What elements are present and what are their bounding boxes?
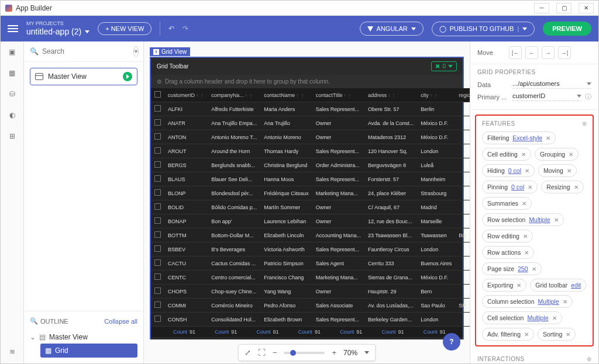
primary-key-field[interactable]: customerID [512, 92, 581, 101]
feature-chip[interactable]: Row actions✕ [482, 246, 534, 259]
feature-chip[interactable]: Row selectionMultiple✕ [482, 213, 564, 226]
remove-chip-icon[interactable]: ✕ [574, 184, 579, 190]
remove-chip-icon[interactable]: ✕ [554, 217, 559, 223]
zoom-in-button[interactable]: + [332, 348, 336, 357]
remove-chip-icon[interactable]: ✕ [566, 331, 570, 338]
feature-chip[interactable]: Grouping✕ [535, 148, 579, 161]
table-row[interactable]: BLAUSBlauer See Deli...Hanna MoosSales R… [151, 172, 470, 186]
framework-selector[interactable]: ANGULAR [360, 22, 424, 36]
undo-icon[interactable]: ↶ [168, 25, 174, 33]
fit-width-icon[interactable]: ⤢ [245, 348, 251, 357]
feature-chip[interactable]: Hiding0 col✕ [482, 164, 535, 177]
table-row[interactable]: CHOPSChop-suey Chine...Yang WangOwnerHau… [151, 285, 470, 299]
add-interaction-button[interactable]: ⊕ [587, 356, 592, 362]
group-by-bar[interactable]: ⊘ Drag a column header and drop it here … [151, 75, 463, 88]
remove-chip-icon[interactable]: ✕ [524, 249, 529, 256]
project-title[interactable]: MY PROJECTS untitled-app (2) [26, 20, 89, 37]
remove-chip-icon[interactable]: ✕ [528, 184, 532, 190]
feature-chip[interactable]: Page size250✕ [482, 262, 542, 275]
move-left-button[interactable]: ← [525, 46, 538, 59]
column-header[interactable]: contactTitle↑ ⋮ [312, 88, 364, 102]
column-header[interactable]: customerID↑ ⋮ [164, 88, 208, 102]
remove-chip-icon[interactable]: ✕ [517, 282, 521, 289]
table-row[interactable]: BERGSBerglunds snabb...Christina Berglun… [151, 158, 470, 172]
feature-chip[interactable]: Exporting✕ [482, 279, 526, 292]
table-row[interactable]: CENTCCentro comercial...Francisco ChangM… [151, 271, 470, 285]
column-header[interactable]: city↑ ⋮ [417, 88, 455, 102]
chevron-down-icon[interactable] [364, 351, 369, 354]
move-right-button[interactable]: → [542, 46, 555, 59]
view-item-master[interactable]: Master View [30, 68, 137, 85]
table-row[interactable]: BOTTMBottom-Dollar M...Elizabeth Lincoln… [151, 228, 470, 242]
column-header[interactable]: address↑ ⋮ [364, 88, 417, 102]
feature-chip[interactable]: Cell editing✕ [482, 148, 531, 161]
table-row[interactable]: BOLIDBólido Comidas p...Martín SommerOwn… [151, 200, 470, 214]
menu-icon[interactable] [8, 25, 18, 32]
window-maximize-button[interactable]: ▢ [556, 3, 572, 13]
feature-chip[interactable]: Cell selectionMultiple✕ [482, 311, 562, 324]
grid-toolbar-action[interactable]: ✖0 [431, 61, 457, 71]
feature-chip[interactable]: FilteringExcel-style✕ [482, 131, 556, 144]
assets-icon[interactable]: ⊞ [6, 130, 18, 142]
table-row[interactable]: CACTUCactus Comidas ...Patricio SimpsonS… [151, 256, 470, 271]
remove-chip-icon[interactable]: ✕ [569, 151, 573, 158]
feature-chip[interactable]: Summaries✕ [482, 197, 532, 210]
table-row[interactable]: ANTONAntonio Moreno T...Antonio MorenoOw… [151, 130, 470, 144]
remove-chip-icon[interactable]: ✕ [525, 168, 529, 174]
remove-chip-icon[interactable]: ✕ [523, 233, 528, 240]
help-button[interactable]: ? [443, 333, 460, 351]
preview-button[interactable]: PREVIEW [543, 22, 591, 36]
table-row[interactable]: BSBEVB's BeveragesVictoria AshworthSales… [151, 242, 470, 256]
new-view-button[interactable]: + NEW VIEW [98, 22, 152, 35]
remove-chip-icon[interactable]: ✕ [521, 151, 526, 158]
table-row[interactable]: AROUTAround the HornThomas HardySales Re… [151, 144, 470, 158]
feature-chip[interactable]: Column selectionMultiple✕ [482, 295, 573, 308]
table-row[interactable]: ANATRAna Trujillo Empa...Ana TrujilloOwn… [151, 116, 470, 130]
column-header[interactable]: contactName↑ ⋮ [260, 88, 312, 102]
window-minimize-button[interactable]: ─ [534, 3, 549, 13]
add-view-button[interactable]: + [133, 46, 139, 57]
remove-chip-icon[interactable]: ✕ [546, 135, 550, 141]
feature-chip[interactable]: Grid toolbaredit [530, 279, 586, 292]
redo-icon[interactable]: ↷ [183, 25, 188, 33]
move-first-button[interactable]: |← [509, 46, 522, 59]
remove-chip-icon[interactable]: ✕ [563, 299, 567, 305]
fit-screen-icon[interactable]: ⛶ [258, 348, 266, 357]
table-row[interactable]: BONAPBon app'Laurence LebihanOwner12, ru… [151, 214, 470, 228]
remove-chip-icon[interactable]: ✕ [552, 315, 557, 321]
feature-chip[interactable]: Adv. filtering✕ [482, 328, 534, 341]
column-header[interactable]: companyNa...↑ ⋮ [208, 88, 260, 102]
feature-chip[interactable]: Sorting✕ [538, 328, 576, 341]
table-row[interactable]: ALFKIAlfreds FutterkisteMaria AndersSale… [151, 102, 470, 116]
remove-chip-icon[interactable]: ✕ [522, 200, 526, 207]
layers-icon[interactable]: ≋ [6, 346, 18, 358]
run-icon[interactable] [123, 72, 132, 81]
data-source-field[interactable]: .../api/customers [512, 80, 591, 89]
feature-chip[interactable]: Row editing✕ [482, 230, 533, 242]
theme-icon[interactable]: ◐ [6, 109, 18, 121]
table-row[interactable]: BLONPBlondesdssl pèr...Frédérique Citeau… [151, 186, 470, 200]
table-row[interactable]: CONSHConsolidated Hol...Elizabeth BrownS… [151, 313, 470, 327]
tree-item-grid[interactable]: ▦ Grid [40, 344, 137, 358]
feature-chip[interactable]: Resizing✕ [541, 181, 583, 193]
data-icon[interactable]: ⛁ [6, 88, 18, 100]
add-feature-button[interactable]: ⊕ [582, 120, 587, 127]
column-header[interactable]: region↑ ⋮ [455, 88, 470, 102]
zoom-slider[interactable] [284, 352, 325, 354]
zoom-out-button[interactable]: − [273, 348, 277, 357]
feature-chip[interactable]: Pinning0 col✕ [482, 181, 538, 193]
move-last-button[interactable]: →| [558, 46, 571, 59]
window-close-button[interactable]: ✕ [579, 3, 594, 13]
publish-button[interactable]: ◯ PUBLISH TO GITHUB | [432, 22, 535, 36]
remove-chip-icon[interactable]: ✕ [532, 266, 536, 272]
tree-item-master[interactable]: ⌄ ▤ Master View [30, 331, 137, 344]
components-icon[interactable]: ▦ [6, 67, 18, 79]
remove-chip-icon[interactable]: ✕ [567, 168, 572, 174]
info-icon[interactable]: ⓘ [585, 92, 591, 101]
grid-component[interactable]: t Grid View Grid Toolbar ✖0 ⊘ Drag a col… [150, 57, 464, 339]
remove-chip-icon[interactable]: ✕ [524, 331, 529, 338]
table-row[interactable]: COMMIComércio MineiroPedro AfonsoSales A… [151, 299, 470, 313]
collapse-all-link[interactable]: Collapse all [104, 318, 137, 325]
views-icon[interactable]: ▣ [6, 46, 18, 58]
search-input[interactable] [42, 47, 130, 56]
